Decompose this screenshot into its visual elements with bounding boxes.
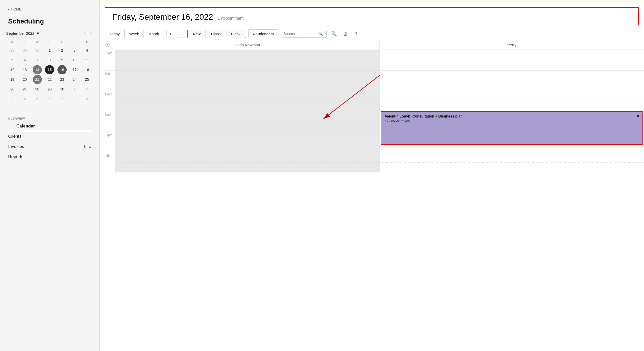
calendar-day-4-4[interactable]: 30 bbox=[57, 85, 67, 94]
calendar-day-5-0[interactable]: 3 bbox=[8, 94, 17, 103]
cal-header-perry: Perry bbox=[379, 40, 644, 50]
time-slot-5: 2pm bbox=[100, 152, 115, 172]
main-content: Friday, September 16, 2022 1 appointment… bbox=[100, 0, 644, 351]
calendar-day-4-0[interactable]: 26 bbox=[8, 85, 17, 94]
overview-label: OVERVIEW bbox=[0, 114, 99, 122]
daria-time-row-5[interactable] bbox=[115, 152, 379, 172]
calendar-day-2-0[interactable]: 12 bbox=[8, 65, 17, 74]
calendar-day-0-4[interactable]: 2 bbox=[57, 46, 67, 55]
calendar-day-5-2[interactable]: 5 bbox=[33, 94, 42, 103]
appt-title: Valentin Lonyb: Consultation + Business … bbox=[385, 114, 639, 118]
calendar-day-4-2[interactable]: 28 bbox=[33, 85, 42, 94]
calendar-day-0-1[interactable]: 30 bbox=[20, 46, 29, 55]
home-label: HOME bbox=[11, 7, 21, 11]
daria-time-row-4[interactable] bbox=[115, 132, 379, 152]
calendar-day-1-0[interactable]: 5 bbox=[8, 55, 17, 65]
calendar-day-0-5[interactable]: 3 bbox=[70, 46, 79, 55]
class-button[interactable]: Class bbox=[206, 30, 226, 38]
calendar-day-4-1[interactable]: 27 bbox=[20, 85, 29, 94]
cal-header-time: 🕐 bbox=[100, 40, 115, 50]
calendar-day-5-6[interactable]: 9 bbox=[82, 94, 92, 103]
nav-item-reports[interactable]: Reports bbox=[0, 152, 99, 162]
week-row-5: 3456789 bbox=[6, 94, 93, 103]
daria-time-row-1[interactable] bbox=[115, 70, 379, 91]
calendar-day-0-3[interactable]: 1 bbox=[45, 46, 54, 55]
calendar-day-2-3[interactable]: 15 bbox=[45, 65, 54, 74]
calendar-day-3-4[interactable]: 23 bbox=[57, 75, 67, 84]
calendar-day-4-3[interactable]: 29 bbox=[45, 85, 54, 94]
search-box: 🔍 bbox=[281, 30, 327, 38]
calendar-day-2-1[interactable]: 13 bbox=[20, 65, 29, 74]
calendar-day-3-6[interactable]: 25 bbox=[82, 75, 92, 84]
block-button[interactable]: Block bbox=[226, 30, 246, 38]
calendar-day-2-4[interactable]: 16 bbox=[57, 65, 67, 74]
cal-col-daria[interactable] bbox=[115, 50, 379, 172]
sidebar-title: Scheduling bbox=[0, 15, 99, 30]
day-header-m: M bbox=[6, 40, 19, 44]
nav-item-clients[interactable]: Clients bbox=[0, 131, 99, 142]
calendar-day-3-0[interactable]: 19 bbox=[8, 75, 17, 84]
prev-nav-button[interactable]: ‹ bbox=[166, 30, 174, 38]
print-button[interactable]: 🖨 bbox=[341, 30, 350, 38]
calendar-day-0-0[interactable]: 29 bbox=[8, 46, 17, 55]
calendars-label: Calendars bbox=[256, 32, 274, 36]
calendar-day-3-2[interactable]: 21 bbox=[33, 75, 42, 84]
week-button[interactable]: Week bbox=[124, 30, 144, 38]
calendar-day-1-2[interactable]: 7 bbox=[33, 55, 42, 65]
calendar-day-1-5[interactable]: 10 bbox=[70, 55, 79, 65]
perry-time-row-5[interactable] bbox=[380, 152, 644, 172]
search-input[interactable] bbox=[283, 32, 317, 36]
next-nav-button[interactable]: › bbox=[177, 30, 185, 38]
calendar-day-1-4[interactable]: 9 bbox=[57, 55, 67, 65]
calendar-day-3-1[interactable]: 20 bbox=[20, 75, 29, 84]
next-month-button[interactable]: › bbox=[89, 30, 93, 36]
week-row-2: 12131415161718 bbox=[6, 65, 93, 74]
time-slot-1: 10am bbox=[100, 70, 115, 91]
calendar-day-1-6[interactable]: 11 bbox=[82, 55, 92, 65]
appt-time: 12:00PM-1:10PM bbox=[385, 119, 639, 123]
daria-time-row-2[interactable] bbox=[115, 91, 379, 111]
calendar-day-2-6[interactable]: 18 bbox=[82, 65, 92, 74]
perry-time-row-0[interactable] bbox=[380, 50, 644, 70]
calendar-day-5-4[interactable]: 7 bbox=[57, 94, 67, 103]
prev-month-button[interactable]: ‹ bbox=[82, 30, 87, 36]
week-row-3: 19202122232425 bbox=[6, 75, 93, 84]
perry-time-row-1[interactable] bbox=[380, 70, 644, 91]
cal-body: 9am10am11amNoon1pm2pm ✸ Valentin Lonyb: … bbox=[100, 50, 644, 172]
calendar-day-2-5[interactable]: 17 bbox=[70, 65, 79, 74]
week-row-4: 262728293012 bbox=[6, 85, 93, 94]
cal-col-perry[interactable]: ✸ Valentin Lonyb: Consultation + Busines… bbox=[379, 50, 644, 172]
weeks: 2930311234567891011121314151617181920212… bbox=[6, 46, 93, 103]
appt-star: ✸ bbox=[636, 114, 639, 119]
nav-item-calendar[interactable]: Calendar bbox=[8, 122, 91, 131]
nav-item-invoices[interactable]: Invoices New bbox=[0, 142, 99, 152]
calendars-button[interactable]: ▴ Calendars bbox=[248, 29, 278, 38]
appointment-block[interactable]: ✸ Valentin Lonyb: Consultation + Busines… bbox=[381, 111, 643, 145]
calendar-day-0-2[interactable]: 31 bbox=[33, 46, 42, 55]
week-row-1: 567891011 bbox=[6, 55, 93, 65]
day-header-s1: S bbox=[68, 40, 81, 44]
today-button[interactable]: Today bbox=[105, 30, 124, 38]
calendar-day-5-5[interactable]: 8 bbox=[70, 94, 79, 103]
daria-time-row-3[interactable] bbox=[115, 111, 379, 132]
calendar-day-2-2[interactable]: 14 bbox=[33, 65, 42, 74]
help-button[interactable]: ? bbox=[353, 30, 359, 38]
calendar-day-1-3[interactable]: 8 bbox=[45, 55, 54, 65]
calendar-day-0-6[interactable]: 4 bbox=[82, 46, 92, 55]
calendar-day-1-1[interactable]: 6 bbox=[20, 55, 29, 65]
calendar-day-3-3[interactable]: 22 bbox=[45, 75, 54, 84]
calendar-day-5-1[interactable]: 4 bbox=[20, 94, 29, 103]
daria-time-row-0[interactable] bbox=[115, 50, 379, 70]
calendar-day-4-5[interactable]: 1 bbox=[70, 85, 79, 94]
calendar-container: 🕐 Daria Newman Perry 9am10am11amNoon1pm2… bbox=[100, 40, 644, 351]
mini-calendar: September 2022 ▼ ‹ › M T W Th F S S 2930… bbox=[0, 30, 99, 110]
zoom-button[interactable]: 🔍 bbox=[329, 30, 339, 38]
perry-time-row-2[interactable] bbox=[380, 91, 644, 111]
calendar-day-4-6[interactable]: 2 bbox=[82, 85, 92, 94]
month-button[interactable]: Month bbox=[144, 30, 164, 38]
mini-cal-month[interactable]: September 2022 ▼ bbox=[6, 31, 40, 36]
home-link[interactable]: ‹ HOME bbox=[0, 0, 99, 15]
new-button[interactable]: New bbox=[187, 30, 206, 38]
calendar-day-5-3[interactable]: 6 bbox=[45, 94, 54, 103]
calendar-day-3-5[interactable]: 24 bbox=[70, 75, 79, 84]
